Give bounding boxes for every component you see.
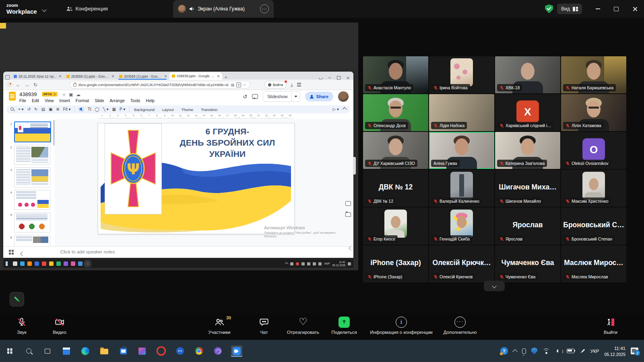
leave-button[interactable]: Выйти	[592, 316, 630, 335]
start-icon[interactable]	[6, 261, 10, 266]
browser-tab[interactable]: 253558 (1).pptx - Google Drive	[64, 73, 117, 80]
document-title[interactable]: 438939	[19, 91, 37, 97]
edge-taskbar-icon[interactable]	[80, 346, 91, 357]
participant-tile[interactable]: Броновський С…Броновський Степан	[561, 208, 626, 245]
select-tool-icon[interactable]	[78, 107, 84, 112]
more-button[interactable]: ···Дополнительно	[438, 316, 482, 335]
toolbar-button-background[interactable]: Background	[133, 107, 156, 112]
back-icon[interactable]: ←	[16, 82, 21, 87]
tab-conference[interactable]: Конференция	[62, 0, 112, 18]
fit-dropdown[interactable]: Fit ▾	[63, 107, 71, 111]
print-icon[interactable]: ▤	[41, 107, 45, 111]
slide[interactable]: Ψ 6 ГРУДНЯ- ДЕНЬ ЗБРОЙНИХ СИЛ УКРАЇНИ	[98, 123, 295, 234]
participant-tile[interactable]: Олексій Крючк…Олексій Крючков	[429, 245, 494, 282]
taskbar-clock[interactable]: 11:4105.12.2025	[604, 345, 625, 357]
participant-tile[interactable]: Лілія Хатамова	[561, 94, 626, 131]
task-view-taskbar-icon[interactable]	[42, 346, 53, 357]
search-icon[interactable]	[10, 107, 14, 111]
downloads-icon[interactable]: ⤓	[291, 82, 293, 87]
teamviewer-taskbar-icon[interactable]	[174, 346, 186, 357]
participant-tile[interactable]: Аліна Гужва	[429, 132, 494, 169]
participant-tile[interactable]: Ірина Войтова	[429, 56, 494, 93]
chrome-taskbar-icon[interactable]	[193, 346, 204, 357]
hidden-icons-chevron[interactable]	[512, 349, 518, 354]
menu-item-view[interactable]: View	[45, 98, 54, 103]
audio-button[interactable]: Звук	[10, 316, 34, 335]
slideshow-dropdown-icon[interactable]	[294, 96, 297, 99]
menu-item-format[interactable]: Format	[76, 98, 89, 103]
viber-taskbar-icon[interactable]	[212, 346, 223, 357]
image-icon[interactable]: ▦	[112, 107, 116, 111]
participant-tile[interactable]: Максим Христенко	[561, 170, 626, 207]
participant-tile[interactable]: Маслюк Мирос…Маслюк Мирослав	[561, 245, 626, 282]
browser-tab[interactable]: 28.11.2025 Урок 12 Архітекту	[11, 73, 64, 80]
menu-item-slide[interactable]: Slide	[95, 98, 104, 103]
share-button[interactable]: Поделиться	[326, 316, 362, 335]
undo-icon[interactable]: ↺	[27, 107, 31, 111]
slideshow-button[interactable]: Slideshow	[263, 91, 300, 102]
taskbar-app-icon[interactable]	[42, 261, 46, 266]
sticky-notes-taskbar-icon[interactable]	[61, 346, 72, 357]
move-folder-icon[interactable]: ▣	[69, 92, 73, 97]
comments-icon[interactable]	[252, 94, 258, 99]
share-button[interactable]: Share	[305, 92, 333, 101]
language-indicator[interactable]: УКР	[590, 349, 599, 354]
bookmark-star-icon[interactable]: ☆	[243, 83, 246, 87]
laser-pointer-icon[interactable]: ▷ ▾	[333, 107, 339, 111]
participant-tile[interactable]: Валерый Калиненко	[429, 170, 494, 207]
reload-icon[interactable]: ↻	[33, 82, 37, 87]
participant-tile[interactable]: Геннадій Скиба	[429, 208, 494, 245]
tab-close-icon[interactable]	[217, 75, 220, 78]
new-tab-button[interactable]: +	[225, 75, 227, 80]
participant-tile[interactable]: OOleksii Ovsiannikov	[561, 132, 626, 169]
participant-tile[interactable]: Олександр Дєєв	[363, 94, 428, 131]
annotate-button[interactable]	[10, 292, 24, 306]
minimize-button[interactable]	[588, 0, 607, 18]
signin-button[interactable]: Войти	[264, 81, 287, 88]
tab-close-icon[interactable]	[111, 75, 114, 78]
slide-thumbnail[interactable]: 4	[8, 190, 55, 210]
cloud-status-icon[interactable]: ☁	[76, 92, 80, 97]
browser-tab[interactable]: 438939.pptx - Google Slides	[169, 72, 222, 80]
menu-item-tools[interactable]: Tools	[130, 98, 140, 103]
participant-tile[interactable]: ЯрославЯрослав	[495, 208, 560, 245]
video-button[interactable]: Видео	[47, 316, 72, 335]
menu-item-help[interactable]: Help	[146, 98, 155, 103]
info-button[interactable]: iИнформация о конференции	[367, 316, 436, 335]
tab-options-icon[interactable]: ···	[260, 4, 269, 13]
slide-thumbnail[interactable]: 1	[8, 121, 55, 142]
participant-tile[interactable]: ДУ Харківський СІЗО	[363, 132, 428, 169]
help-icon[interactable]: ?	[500, 347, 508, 355]
slide-thumbnail[interactable]: 3	[8, 167, 55, 187]
microphone-tray-icon[interactable]	[522, 348, 526, 354]
toolbar-button-theme[interactable]: Theme	[180, 107, 195, 112]
extension-icon[interactable]	[7, 82, 12, 87]
participant-tile[interactable]: Шигачов Миха…Шигачов Михайло	[495, 170, 560, 207]
tab-list-icon[interactable]	[3, 75, 11, 80]
tab-close-icon[interactable]	[164, 75, 167, 78]
reader-mode-icon[interactable]: ▤	[231, 83, 234, 87]
participant-tile[interactable]: Катерина Зав'ялова	[495, 132, 560, 169]
participant-tile[interactable]: ХВК-18	[495, 56, 560, 93]
defender-shield-icon[interactable]	[531, 348, 537, 354]
taskbar-app-icon[interactable]	[35, 261, 39, 266]
menu-item-insert[interactable]: Insert	[60, 98, 70, 103]
translate-icon[interactable]: A	[236, 82, 241, 87]
participant-tile[interactable]: Чумаченко ЄваЧумаченко Єва	[495, 245, 560, 282]
meet-present-icon[interactable]	[345, 201, 351, 206]
notifications-icon[interactable]	[348, 262, 351, 265]
close-button[interactable]	[625, 0, 644, 18]
react-button[interactable]: ♡Отреагировать	[284, 316, 322, 335]
file-explorer-taskbar-icon[interactable]	[99, 346, 110, 357]
microsoft-store-taskbar-icon[interactable]	[118, 346, 129, 357]
volume-tray-icon[interactable]	[555, 349, 561, 354]
redo-icon[interactable]: ↻	[34, 107, 37, 111]
browser-tab[interactable]: 253558 (1).pptx - Google Slides	[117, 73, 169, 80]
address-bar[interactable]: docs.google.com/presentation/d/1zWhP-Jnt…	[70, 81, 250, 88]
taskbar-app-icon[interactable]	[13, 261, 17, 266]
participant-tile[interactable]: ДВК № 12ДВК № 12	[363, 170, 428, 207]
taskbar-app-icon[interactable]	[85, 261, 90, 266]
start-taskbar-icon[interactable]	[4, 346, 15, 357]
workspace-chevron-icon[interactable]	[42, 7, 46, 12]
paint3d-taskbar-icon[interactable]	[136, 346, 148, 357]
